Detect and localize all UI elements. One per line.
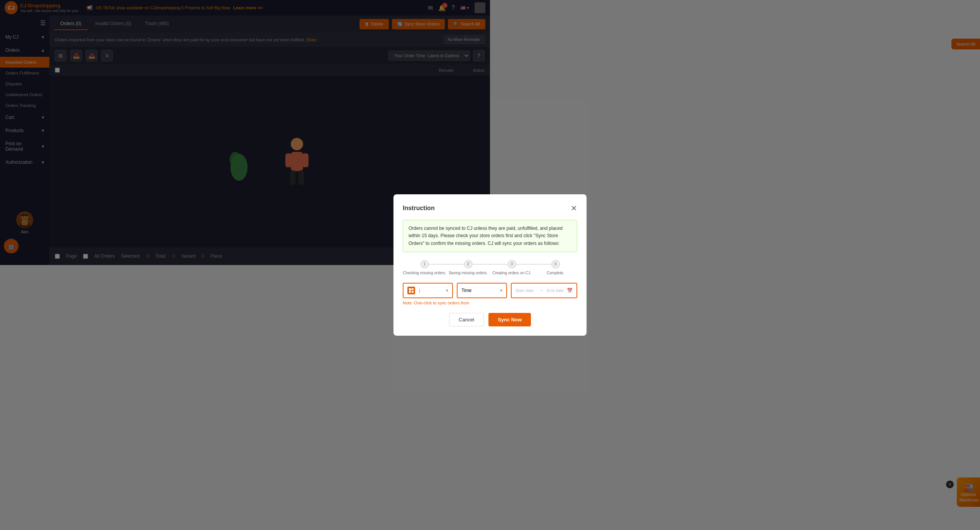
modal-notice-text: Orders cannot be synced to CJ unless the… [403, 220, 490, 252]
modal-title: Instruction [403, 205, 435, 212]
step-2-circle: 2 [464, 260, 473, 265]
step-1-line [425, 264, 468, 265]
step-1: 1 Checking missing orders. [403, 260, 446, 265]
modal-steps: 1 Checking missing orders. 2 Saving miss… [403, 260, 490, 265]
modal-overlay: Instruction ✕ Orders cannot be synced to… [0, 0, 490, 265]
instruction-modal: Instruction ✕ Orders cannot be synced to… [393, 194, 490, 265]
step-1-circle: 1 [420, 260, 429, 265]
modal-header: Instruction ✕ [403, 204, 490, 213]
